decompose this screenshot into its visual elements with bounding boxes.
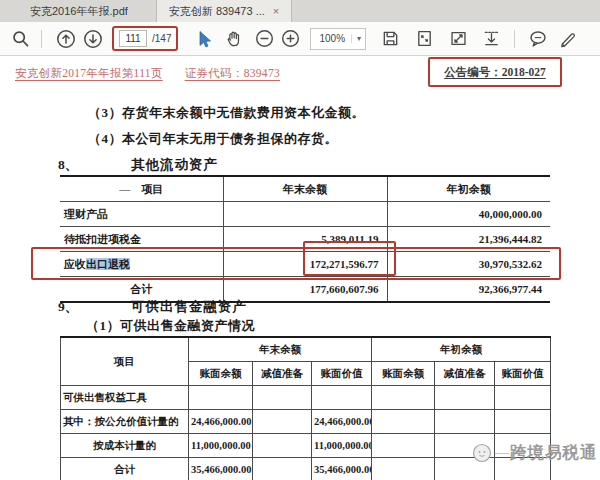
watermark: — 跨境易税通 <box>470 441 598 465</box>
table-row: 其中：按公允价值计量的 24,466,000.00 24,466,000.00 <box>61 410 551 434</box>
selected-text: 出口退税 <box>86 258 130 270</box>
paragraph-4: （4）本公司年末无用于债务担保的存货。 <box>88 130 338 148</box>
pdf-viewer-window: 安克2016年年报.pdf 安克创新 839473 ... × 111 /147 <box>0 0 600 480</box>
sub-header-book-value: 账面价值 <box>495 362 551 386</box>
zoom-in-icon[interactable] <box>280 29 300 49</box>
page-down-icon[interactable] <box>83 29 103 49</box>
tab-bar: 安克2016年年报.pdf 安克创新 839473 ... × <box>0 0 600 23</box>
cell: 35,466,000.00 <box>189 458 253 480</box>
col-header-item: 项目 <box>141 183 163 195</box>
tab-label: 安克创新 839473 ... <box>169 4 265 19</box>
announcement-number-annotation: 公告编号：2018-027 <box>428 57 562 87</box>
row-item: 待抵扣进项税金 <box>60 227 223 252</box>
cell: 11,000,000.00 <box>189 434 253 458</box>
row-item: 合计 <box>61 458 189 480</box>
paragraph-3: （3）存货年末余额中无借款费用资本化金额。 <box>88 104 365 122</box>
cell <box>435 386 495 410</box>
table-row-export-tax-rebate: 应收出口退税 172,271,596.77 30,970,532.62 <box>60 252 550 277</box>
cell <box>253 386 312 410</box>
section-8-title: 其他流动资产 <box>131 156 218 174</box>
col-header-year-end: 年末余额 <box>223 176 387 202</box>
zoom-level-value: 100% <box>315 33 351 44</box>
announcement-number: 公告编号：2018-027 <box>444 65 546 80</box>
row-year-begin: 30,970,532.62 <box>387 252 550 277</box>
sub-header-book-balance: 账面余额 <box>189 362 253 386</box>
table-row: 待抵扣进项税金 5,389,011.19 21,396,444.82 <box>60 227 550 252</box>
comment-icon[interactable] <box>528 29 548 49</box>
row-year-end: 172,271,596.77 <box>223 252 387 277</box>
cell <box>372 386 435 410</box>
cell: 24,466,000.00 <box>189 410 253 434</box>
sub-header-book-balance: 账面余额 <box>372 362 435 386</box>
cell <box>372 434 435 458</box>
cell <box>495 410 551 434</box>
cell <box>253 458 312 480</box>
document-page: 安克创新2017年年报第111页证券代码：839473 公告编号：2018-02… <box>0 56 600 480</box>
row-year-end: 177,660,607.96 <box>223 277 387 303</box>
page-number-input[interactable]: 111 <box>119 30 147 47</box>
other-current-assets-table: — 项目 年末余额 年初余额 理财产品 40,000,000.00 待抵扣进项税… <box>60 175 550 303</box>
page-total-label: /147 <box>152 33 171 44</box>
select-tool-icon[interactable] <box>193 29 213 49</box>
fit-page-icon[interactable] <box>414 29 434 49</box>
col-header-item: 项目 <box>61 337 189 386</box>
cell <box>372 458 435 480</box>
watermark-logo-icon <box>470 441 494 465</box>
row-item: 可供出售权益工具 <box>61 386 189 410</box>
page-number-box: 111 /147 <box>112 26 178 51</box>
cell: 11,000,000.00 <box>312 434 372 458</box>
cell: 24,466,000.00 <box>312 410 372 434</box>
search-icon[interactable] <box>10 29 30 49</box>
cell <box>253 410 312 434</box>
col-header-year-begin: 年初余额 <box>387 176 550 202</box>
sub-header-impairment: 减值准备 <box>435 362 495 386</box>
row-item: 其中：按公允价值计量的 <box>61 410 189 434</box>
divider <box>514 30 515 48</box>
row-year-end: 5,389,011.19 <box>223 227 387 252</box>
tab-report-839473[interactable]: 安克创新 839473 ... × <box>156 0 292 22</box>
table-group-header-row: 项目 年末余额 年初余额 <box>61 337 551 362</box>
cell <box>435 410 495 434</box>
row-item: 按成本计量的 <box>61 434 189 458</box>
table-row: 可供出售权益工具 <box>61 386 551 410</box>
highlight-pen-icon[interactable] <box>558 29 578 49</box>
sub-header-book-value: 账面价值 <box>312 362 372 386</box>
zoom-out-icon[interactable] <box>254 29 274 49</box>
cell <box>372 410 435 434</box>
actual-size-icon[interactable] <box>448 29 468 49</box>
row-item-prefix: 应收 <box>64 258 86 270</box>
close-icon[interactable]: × <box>273 5 279 17</box>
hand-tool-icon[interactable] <box>224 29 244 49</box>
page-up-icon[interactable] <box>56 29 76 49</box>
group-header-year-end: 年末余额 <box>189 337 372 362</box>
sub-header-impairment: 减值准备 <box>253 362 312 386</box>
watermark-dash: — <box>495 445 509 461</box>
section-9-title: 可供出售金融资产 <box>131 298 247 316</box>
row-year-begin: 21,396,444.82 <box>387 227 550 252</box>
header-dash: — <box>119 183 130 195</box>
page-header-note: 安克创新2017年年报第111页证券代码：839473 <box>15 66 280 81</box>
row-year-begin: 92,366,977.44 <box>387 277 550 303</box>
row-item: 理财产品 <box>60 202 223 227</box>
chevron-down-icon: ▾ <box>351 34 361 43</box>
cell <box>253 434 312 458</box>
cell: 35,466,000.00 <box>312 458 372 480</box>
header-note-right: 证券代码：839473 <box>185 67 280 79</box>
zoom-level-dropdown[interactable]: 100% ▾ <box>310 28 366 50</box>
header-note-left: 安克创新2017年年报第111页 <box>15 67 163 79</box>
save-icon[interactable] <box>380 29 400 49</box>
toolbar: 111 /147 100% ▾ <box>0 22 600 56</box>
tab-report-2016[interactable]: 安克2016年年报.pdf <box>18 0 140 22</box>
group-header-year-begin: 年初余额 <box>372 337 551 362</box>
section-8-number: 8、 <box>58 156 78 174</box>
cell <box>189 386 253 410</box>
tab-label: 安克2016年年报.pdf <box>30 4 128 19</box>
cell <box>495 386 551 410</box>
row-year-begin: 40,000,000.00 <box>387 202 550 227</box>
divider <box>41 30 42 48</box>
table-row: 理财产品 40,000,000.00 <box>60 202 550 227</box>
table-header-row: — 项目 年末余额 年初余额 <box>60 176 550 202</box>
cell <box>312 386 372 410</box>
section-9-number: 9、 <box>58 298 78 316</box>
download-icon[interactable] <box>481 29 501 49</box>
